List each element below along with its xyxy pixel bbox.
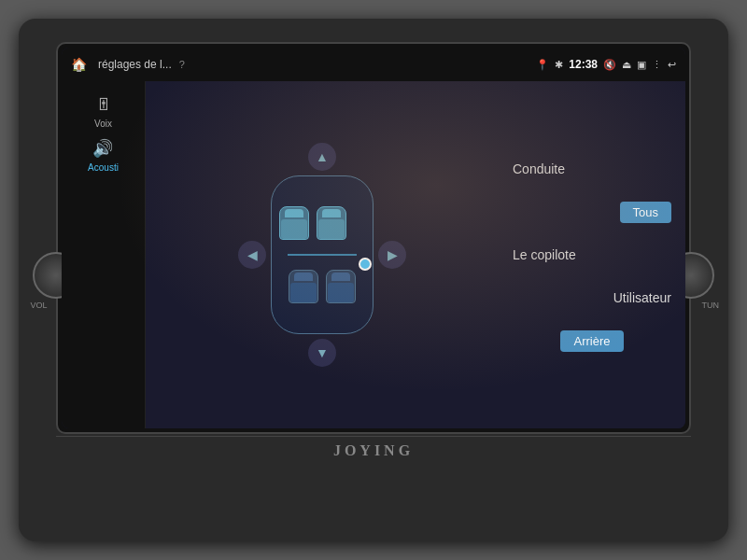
sliders-icon: 🎚: [95, 95, 112, 115]
seats-area: [271, 175, 374, 334]
tous-button[interactable]: Tous: [620, 202, 671, 223]
seat-body: [281, 219, 307, 239]
eject-icon: ⏏: [622, 59, 631, 71]
rear-seats-row: [289, 270, 356, 303]
acoustics-label: Acousti: [88, 162, 119, 173]
bluetooth-icon: ✱: [555, 59, 563, 71]
brand-name: JOYING: [333, 442, 414, 459]
arriere-button[interactable]: Arrière: [560, 330, 623, 352]
utilisateur-row: Utilisateur: [513, 280, 671, 315]
status-bar: 🏠 réglages de l... ? 📍 ✱ 12:38 🔇 ⏏ ▣ ⋮ ↩: [62, 48, 685, 81]
arrow-down-btn[interactable]: ▼: [308, 339, 336, 367]
arrow-left-btn[interactable]: ◀: [238, 241, 266, 269]
voice-label: Voix: [94, 119, 112, 129]
conduite-row: Conduite: [513, 151, 671, 187]
front-right-seat[interactable]: [317, 206, 346, 240]
front-seats-row: [279, 206, 365, 240]
rear-right-seat[interactable]: [326, 270, 356, 303]
arrow-right-btn[interactable]: ▶: [378, 241, 406, 269]
arrow-up-btn[interactable]: ▲: [308, 143, 336, 171]
arriere-row: Arrière: [513, 323, 671, 358]
h-line: [288, 254, 357, 256]
status-icons: 📍 ✱ 12:38 🔇 ⏏ ▣ ⋮ ↩: [536, 58, 676, 71]
brand-bar: JOYING: [56, 437, 691, 465]
seat-headrest: [322, 209, 341, 217]
screen-title: réglages de l...: [98, 58, 172, 71]
vol-label: VOL: [30, 301, 47, 310]
seat-headrest: [285, 209, 303, 217]
location-icon: 📍: [536, 59, 549, 71]
left-arrow-icon: ◀: [247, 247, 258, 262]
sidebar-item-voice[interactable]: 🎚 Voix: [94, 95, 112, 129]
right-arrow-icon: ▶: [388, 247, 398, 262]
volume-icon: 🔇: [603, 59, 616, 71]
more-icon[interactable]: ⋮: [652, 59, 662, 71]
right-panel: Conduite Tous Le copilote Utilisateur: [499, 81, 685, 428]
seat-selector: ▲ ▼ ◀ ▶: [238, 143, 406, 367]
seat-headrest: [294, 273, 313, 281]
seat-body: [328, 283, 354, 302]
question-mark[interactable]: ?: [179, 59, 185, 70]
copilote-row: Le copilote: [513, 237, 671, 273]
screen: 🏠 réglages de l... ? 📍 ✱ 12:38 🔇 ⏏ ▣ ⋮ ↩: [62, 48, 685, 428]
tous-row: Tous: [513, 194, 671, 230]
rear-left-seat[interactable]: [289, 270, 318, 303]
utilisateur-label: Utilisateur: [613, 290, 671, 305]
main-content: 🎚 Voix 🔊 Acousti ▲: [62, 81, 685, 428]
conduite-label: Conduite: [513, 161, 565, 176]
screen-icon: ▣: [637, 59, 646, 71]
home-icon[interactable]: 🏠: [71, 57, 87, 72]
down-arrow-icon: ▼: [316, 345, 329, 360]
back-icon[interactable]: ↩: [668, 59, 676, 71]
up-arrow-icon: ▲: [316, 149, 329, 164]
center-dot: [359, 258, 372, 271]
sidebar-item-acoustics[interactable]: 🔊 Acousti: [88, 138, 119, 173]
seat-body: [290, 283, 317, 302]
clock: 12:38: [569, 58, 598, 71]
tune-label: TUN: [702, 301, 720, 310]
car-unit: VOL TUN 🏠 réglages de l... ? 📍 ✱ 12:38 🔇…: [19, 19, 728, 541]
seat-headrest: [331, 273, 350, 281]
copilote-label: Le copilote: [513, 247, 576, 262]
speaker-icon: 🔊: [92, 138, 113, 159]
front-left-seat[interactable]: [279, 206, 309, 240]
screen-outer: 🏠 réglages de l... ? 📍 ✱ 12:38 🔇 ⏏ ▣ ⋮ ↩: [56, 42, 691, 434]
sidebar: 🎚 Voix 🔊 Acousti: [62, 81, 146, 428]
seat-body: [318, 219, 345, 239]
center-panel: ▲ ▼ ◀ ▶: [146, 81, 499, 428]
